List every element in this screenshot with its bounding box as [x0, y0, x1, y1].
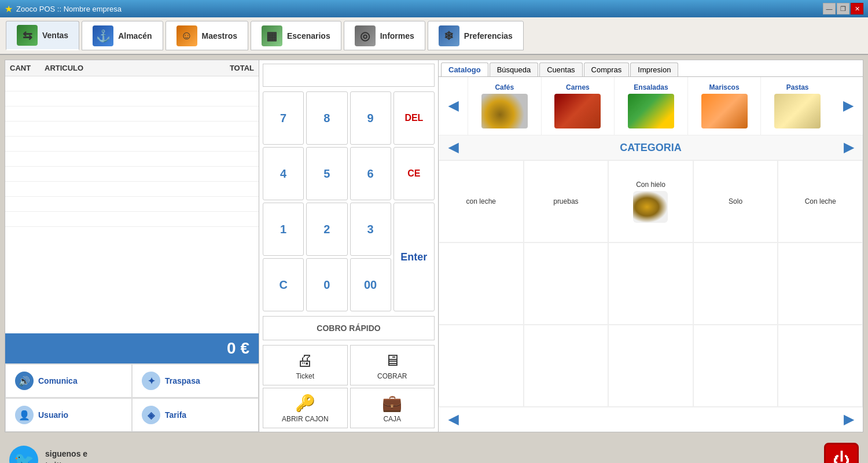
num-9-button[interactable]: 9: [350, 91, 391, 145]
traspasa-icon: ✦: [142, 372, 160, 390]
usuario-icon: 👤: [15, 406, 34, 424]
category-pastas[interactable]: Pastas: [760, 77, 834, 135]
product-con-leche-2[interactable]: Con leche: [778, 160, 863, 242]
category-carnes[interactable]: Carnes: [541, 77, 615, 135]
product-empty-1[interactable]: [439, 242, 524, 325]
product-empty-4[interactable]: [693, 242, 778, 325]
comunica-button[interactable]: 🔊 Comunica: [5, 364, 132, 398]
caja-button[interactable]: 💼 CAJA: [350, 388, 435, 428]
product-empty-8[interactable]: [608, 325, 693, 407]
numpad-display[interactable]: [263, 64, 435, 87]
tab-preferencias[interactable]: ❄ Preferencias: [428, 21, 524, 50]
del-button[interactable]: DEL: [393, 91, 435, 145]
cobrar-icon: 🖥: [384, 351, 400, 370]
ce-button[interactable]: CE: [393, 147, 435, 200]
close-button[interactable]: ✕: [851, 3, 863, 14]
bottom-bar: 🐦 siguenos etwitter ⏻: [0, 437, 868, 463]
tab-catalogo[interactable]: Catalogo: [441, 63, 488, 76]
side-buttons-bottom: 👤 Usuario ◈ Tarifa: [5, 398, 259, 432]
tab-maestros-label: Maestros: [202, 31, 237, 41]
caja-label: CAJA: [383, 415, 401, 423]
category-header: ◀ CATEGORIA ▶: [439, 135, 863, 160]
product-empty-5[interactable]: [778, 242, 863, 325]
tab-maestros[interactable]: ☺ Maestros: [165, 21, 248, 50]
num-6-button[interactable]: 6: [350, 147, 391, 200]
numpad-grid: 7 8 9 DEL 4 5 6 CE 1 2 3 Enter C 0 00: [263, 91, 435, 311]
cobro-rapido-label: COBRO RÁPIDO: [317, 324, 380, 333]
products-prev-button[interactable]: ◀: [439, 407, 468, 432]
tab-busqueda[interactable]: Búsqueda: [490, 63, 539, 76]
tab-escenarios[interactable]: ▦ Escenarios: [251, 21, 341, 50]
product-pruebas[interactable]: pruebas: [524, 160, 609, 242]
category-row: ◀ Cafés Carnes Ensaladas Mariscos Pastas: [439, 77, 863, 135]
ticket-label: Ticket: [296, 372, 314, 380]
traspasa-button[interactable]: ✦ Traspasa: [132, 364, 259, 398]
num-4-button[interactable]: 4: [263, 147, 304, 200]
product-empty-2[interactable]: [524, 242, 609, 325]
con-hielo-image: [633, 191, 668, 223]
power-button[interactable]: ⏻: [824, 443, 859, 463]
abrir-cajon-button[interactable]: 🔑 ABRIR CAJON: [263, 388, 348, 428]
num-c-button[interactable]: C: [263, 258, 304, 311]
cobrar-button[interactable]: 🖥 COBRAR: [350, 345, 435, 385]
tarifa-button[interactable]: ◈ Tarifa: [132, 398, 259, 432]
tarifa-label: Tarifa: [165, 410, 186, 420]
ticket-button[interactable]: 🖨 Ticket: [263, 345, 348, 385]
product-empty-7[interactable]: [524, 325, 609, 407]
table-row: [5, 91, 259, 106]
tab-preferencias-label: Preferencias: [464, 31, 513, 41]
enter-button[interactable]: Enter: [393, 203, 435, 311]
tab-almacen-label: Almacén: [118, 31, 152, 41]
comunica-label: Comunica: [38, 376, 78, 385]
num-0-button[interactable]: 0: [306, 258, 347, 311]
product-empty-6[interactable]: [439, 325, 524, 407]
products-next-button[interactable]: ▶: [834, 407, 863, 432]
maximize-button[interactable]: ❐: [837, 3, 849, 14]
twitter-text: siguenos etwitter: [45, 449, 87, 463]
num-3-button[interactable]: 3: [350, 203, 391, 256]
mariscos-image: [701, 94, 748, 128]
numpad-panel: 7 8 9 DEL 4 5 6 CE 1 2 3 Enter C 0 00 CO…: [259, 60, 439, 432]
col-total: TOTAL: [196, 64, 254, 72]
product-con-leche[interactable]: con leche: [439, 160, 524, 242]
escenarios-icon: ▦: [262, 25, 282, 46]
col-cant: CANT: [10, 64, 45, 72]
power-icon: ⏻: [833, 450, 850, 463]
ventas-icon: ⇆: [17, 25, 38, 46]
category-cafes[interactable]: Cafés: [468, 77, 541, 135]
product-empty-9[interactable]: [693, 325, 778, 407]
product-solo-label: Solo: [729, 197, 742, 205]
usuario-button[interactable]: 👤 Usuario: [5, 398, 132, 432]
num-1-button[interactable]: 1: [263, 203, 304, 256]
category-prev-button[interactable]: ◀: [439, 94, 468, 118]
category-ensaladas[interactable]: Ensaladas: [614, 77, 687, 135]
minimize-button[interactable]: —: [823, 3, 836, 14]
num-00-button[interactable]: 00: [350, 258, 391, 311]
num-2-button[interactable]: 2: [306, 203, 347, 256]
comunica-icon: 🔊: [15, 372, 34, 390]
product-con-leche-label: con leche: [466, 197, 496, 205]
num-7-button[interactable]: 7: [263, 91, 304, 145]
product-empty-3[interactable]: [608, 242, 693, 325]
category-mariscos[interactable]: Mariscos: [687, 77, 761, 135]
tab-compras[interactable]: Compras: [584, 63, 630, 76]
tab-informes[interactable]: ◎ Informes: [344, 21, 425, 50]
abrir-cajon-icon: 🔑: [295, 394, 315, 413]
tab-almacen[interactable]: ⚓ Almacén: [82, 21, 163, 50]
num-8-button[interactable]: 8: [306, 91, 347, 145]
num-5-button[interactable]: 5: [306, 147, 347, 200]
pastas-image: [774, 94, 821, 128]
category-title: CATEGORIA: [468, 137, 834, 159]
product-solo[interactable]: Solo: [693, 160, 778, 242]
product-empty-10[interactable]: [778, 325, 863, 407]
tab-cuentas[interactable]: Cuentas: [539, 63, 582, 76]
product-con-hielo[interactable]: Con hielo: [608, 160, 693, 242]
usuario-label: Usuario: [38, 410, 68, 420]
tab-ventas[interactable]: ⇆ Ventas: [6, 21, 79, 50]
product-cat-prev-button[interactable]: ◀: [439, 135, 468, 160]
tab-impresion[interactable]: Impresion: [630, 63, 678, 76]
category-next-button[interactable]: ▶: [834, 94, 863, 118]
cobro-rapido-button[interactable]: COBRO RÁPIDO: [263, 316, 435, 340]
table-row: [5, 137, 259, 152]
product-cat-next-button[interactable]: ▶: [834, 135, 863, 160]
